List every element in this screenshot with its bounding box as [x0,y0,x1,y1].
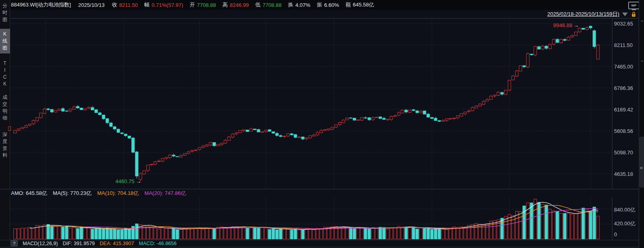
field-value: 4.07% [295,2,310,8]
bottom-strip [0,246,644,248]
trading-terminal: 884963.WI[动力电池指数] 2025/10/13 收8211.50幅0.… [0,0,644,248]
price-axis-label: 6169.42 [614,107,633,113]
sidebar-item-char: 度 [2,138,7,145]
edge-notch [641,61,643,62]
macd-value: MACD: -46.8656 [139,241,177,246]
volume-axis-label: 0 [614,231,617,237]
macd-params: MACD(12,26,9) [23,241,58,246]
price-axis-label: 5608.56 [614,128,633,134]
quote-date: 2025/10/13 [78,2,104,8]
range-row: 2025/02/18-2025/10/13(159日) [0,11,637,18]
field-label: 高 [222,1,228,9]
symbol-name: 884963.WI[动力电池指数] [11,1,71,9]
amo-value: AMO: 645.58亿 [11,190,47,197]
field-label: 收 [112,1,117,9]
sidebar-item-char: 图 [2,16,7,23]
sidebar-item-char: T [3,60,6,67]
left-sidebar: 分时图K线图TICK成交明细深度资料 [0,0,10,240]
quote-field: 振6.60% [317,1,339,9]
right-arrow-icon: → [574,22,579,28]
low-value: 4460.75 [115,178,134,184]
field-value: 7708.88 [262,2,281,8]
field-value: 0.71%(57.97) [151,2,183,8]
sidebar-item-char: 时 [2,9,7,16]
low-annotation: 4460.75 → [115,178,141,184]
candles [14,26,599,182]
sidebar-item-char: 料 [2,152,7,159]
amo-ma20: MA(20): 747.86亿 [145,190,186,197]
quote-fields: 收8211.50幅0.71%(57.97)开7708.88高8246.99低77… [112,1,374,9]
quote-field: 幅0.71%(57.97) [144,1,183,9]
date-range-link[interactable]: 2025/02/18-2025/10/13(159日) [547,11,619,18]
sidebar-item-char: 分 [2,2,7,9]
chart-top-border [10,18,639,19]
sidebar-item-char: K [3,81,6,88]
volume-chart[interactable] [10,197,612,240]
quote-field: 高8246.99 [222,1,249,9]
field-label: 幅 [144,1,149,9]
sidebar-item-char: 深 [2,131,7,138]
macd-status-bar: ? MACD(12,26,9) DIF: 391.9579 DEA: 415.3… [0,240,644,246]
sidebar-item-char: 细 [2,115,7,122]
price-axis-label: 6786.36 [614,85,633,91]
sidebar-item-char: 明 [2,108,7,115]
field-label: 振 [317,1,322,9]
field-label: 开 [190,1,195,9]
volume-axis-label: 840.00亿 [614,206,635,214]
amo-ma10: MA(10): 704.18亿 [97,190,139,197]
quote-field: 换4.07% [288,1,310,9]
dif-value: DIF: 391.9579 [63,241,95,246]
field-value: 645.58亿 [353,1,374,9]
sidebar-item-char: K [3,31,6,38]
sidebar-item-1[interactable]: 分时图 [0,2,10,23]
quote-header: 884963.WI[动力电池指数] 2025/10/13 收8211.50幅0.… [0,0,644,10]
candlestick-chart[interactable] [10,18,612,189]
expand-panel-icon[interactable]: » [640,165,643,171]
volume-axis-label: 420.00亿 [614,220,635,227]
right-panel-strip [639,0,644,248]
sidebar-item-char: C [3,74,7,81]
price-axis-label: 7465.00 [614,64,633,70]
sidebar-item-char: 图 [2,45,7,51]
axis-left-border [612,18,612,240]
wp-label: WP [631,4,637,7]
field-value: 8211.50 [119,2,138,8]
wp-monitor-icon[interactable]: WP [628,2,640,9]
field-value: 8246.99 [230,2,249,8]
sidebar-item-char: I [4,67,5,74]
amount-indicator-bar: AMO: 645.58亿 MA(5): 770.23亿 MA(10): 704.… [0,189,639,197]
unlock-icon[interactable] [631,11,637,17]
right-arrow-icon: → [136,178,141,184]
field-label: 额 [345,1,351,9]
field-value: 7708.88 [197,2,216,8]
sidebar-item-char: 成 [2,94,7,101]
collapse-tab[interactable] [639,137,644,188]
sidebar-item-char: 交 [2,101,7,108]
price-axis-label: 8211.50 [614,42,633,48]
help-button[interactable]: ? [11,240,18,246]
field-label: 换 [288,1,293,9]
quote-field: 低7708.88 [255,1,281,9]
field-label: 低 [255,1,260,9]
edge-notch [641,21,643,21]
price-axis-label: 4635.18 [614,171,633,177]
sidebar-item-3[interactable]: TICK [0,60,10,88]
sidebar-item-5[interactable]: 深度资料 [0,131,10,159]
chevron-down-icon[interactable] [622,13,628,16]
volume-bars [14,199,599,239]
price-axis-label: 9032.65 [614,21,633,27]
sidebar-item-2[interactable]: K线图 [0,29,10,53]
high-annotation: 8946.88 → [553,22,579,28]
sidebar-item-4[interactable]: 成交明细 [0,94,10,122]
amo-ma5: MA(5): 770.23亿 [53,190,92,197]
sidebar-item-char: 资 [2,145,7,152]
high-value: 8946.88 [553,22,572,28]
quote-field: 额645.58亿 [345,1,374,9]
dea-value: DEA: 415.3907 [100,241,134,246]
field-value: 6.60% [324,2,339,8]
quote-field: 收8211.50 [112,1,138,9]
price-axis-label: 5098.70 [614,150,633,156]
sidebar-item-char: 线 [2,38,7,45]
quote-field: 开7708.88 [190,1,216,9]
